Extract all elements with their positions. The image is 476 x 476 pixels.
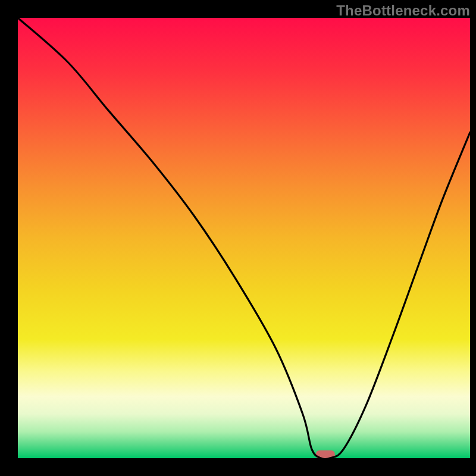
watermark-text: TheBottleneck.com — [336, 2, 470, 19]
chart-frame: TheBottleneck.com — [0, 0, 476, 476]
chart-svg — [0, 0, 476, 476]
